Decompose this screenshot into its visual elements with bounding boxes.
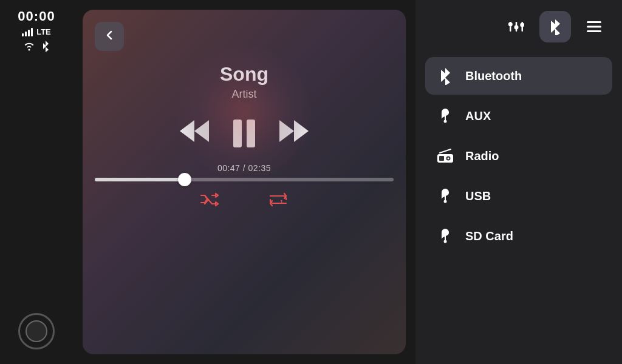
song-title: Song — [220, 63, 268, 86]
svg-text:1: 1 — [280, 199, 283, 205]
lte-badge: LTE — [36, 27, 51, 36]
playback-controls — [95, 118, 394, 149]
status-bar: 00:00 LTE — [0, 8, 73, 55]
forward-button[interactable] — [277, 118, 311, 149]
source-label-usb: USB — [465, 189, 491, 203]
rewind-button[interactable] — [177, 118, 211, 149]
progress-bar[interactable] — [95, 178, 394, 181]
pause-button[interactable] — [233, 120, 255, 147]
player-card: Song Artist — [83, 10, 406, 354]
usb-source-icon — [435, 186, 456, 206]
svg-rect-14 — [587, 30, 601, 32]
signal-bars-icon — [22, 27, 33, 36]
sdcard-source-icon — [435, 226, 456, 246]
home-button-container[interactable] — [18, 313, 55, 349]
song-artist: Artist — [231, 88, 256, 101]
signal-row: LTE — [22, 27, 51, 36]
bluetooth-toolbar-button[interactable] — [539, 11, 571, 42]
source-item-aux[interactable]: AUX — [425, 97, 612, 135]
home-button[interactable] — [18, 313, 55, 349]
shuffle-button[interactable] — [200, 191, 219, 208]
song-info: Song Artist — [95, 63, 394, 101]
back-arrow-icon — [103, 29, 115, 44]
svg-rect-17 — [439, 156, 444, 161]
home-button-inner — [26, 320, 47, 342]
player-area: Song Artist — [73, 0, 415, 364]
forward-icon — [277, 118, 311, 149]
time-display: 00:00 — [18, 8, 55, 24]
progress-section: 00:47 / 02:35 — [95, 163, 394, 181]
svg-point-21 — [444, 240, 447, 243]
svg-marker-1 — [194, 120, 209, 142]
left-sidebar: 00:00 LTE — [0, 0, 73, 364]
bluetooth-status-icon — [41, 40, 50, 55]
svg-point-11 — [520, 23, 524, 27]
source-item-bluetooth[interactable]: Bluetooth — [425, 57, 612, 95]
source-label-radio: Radio — [465, 149, 499, 163]
status-icons-row — [23, 40, 50, 55]
svg-marker-3 — [294, 120, 309, 142]
rewind-icon — [177, 118, 211, 149]
source-list: Bluetooth AUX — [415, 53, 622, 364]
svg-point-19 — [448, 158, 449, 160]
equalizer-button[interactable] — [501, 11, 532, 42]
source-item-radio[interactable]: Radio — [425, 137, 612, 175]
wifi-icon — [23, 41, 35, 53]
source-item-usb[interactable]: USB — [425, 177, 612, 215]
svg-marker-2 — [279, 120, 294, 142]
source-label-sdcard: SD Card — [465, 229, 513, 243]
svg-point-7 — [508, 22, 513, 27]
pause-icon — [233, 120, 255, 147]
progress-thumb[interactable] — [178, 173, 191, 186]
menu-button[interactable] — [578, 11, 610, 42]
svg-rect-12 — [587, 21, 601, 23]
progress-fill — [95, 178, 185, 181]
bottom-controls: 1 — [95, 191, 394, 208]
radio-source-icon — [435, 146, 456, 166]
time-label: 00:47 / 02:35 — [217, 163, 271, 173]
svg-point-20 — [444, 200, 447, 203]
svg-point-15 — [444, 120, 447, 123]
back-button[interactable] — [95, 22, 124, 51]
source-item-sdcard[interactable]: SD Card — [425, 217, 612, 255]
top-toolbar — [415, 0, 622, 53]
svg-marker-0 — [180, 120, 194, 142]
svg-rect-13 — [587, 26, 601, 28]
bluetooth-source-icon — [435, 66, 456, 86]
source-label-aux: AUX — [465, 109, 491, 123]
source-label-bluetooth: Bluetooth — [465, 69, 522, 83]
aux-source-icon — [435, 106, 456, 126]
right-panel: Bluetooth AUX — [415, 0, 622, 364]
svg-point-9 — [514, 25, 519, 30]
repeat-button[interactable]: 1 — [268, 191, 289, 208]
